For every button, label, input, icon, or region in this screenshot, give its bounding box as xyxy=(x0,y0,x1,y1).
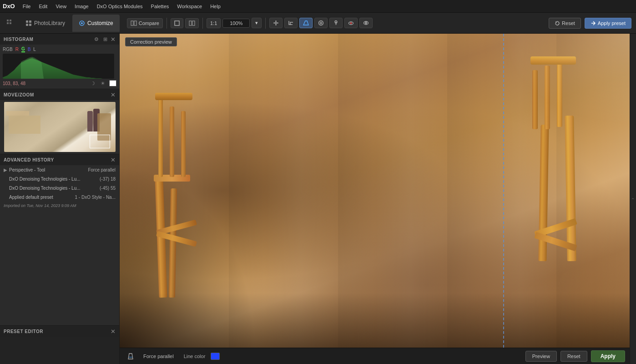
history-item-3-name: Applied default preset xyxy=(9,195,73,200)
hist-r-btn[interactable]: R xyxy=(15,47,19,52)
menu-palettes[interactable]: Palettes xyxy=(148,3,172,10)
toolbar-left: PhotoLibrary Customize xyxy=(0,13,122,33)
movezoom-thumbnail[interactable] xyxy=(4,102,116,152)
image-viewport[interactable] xyxy=(120,34,630,348)
toolbar-center: Compare 1:1 100% ▾ xyxy=(122,18,544,29)
preset-editor-header-icons: ✕ xyxy=(111,328,116,335)
menu-help[interactable]: Help xyxy=(207,3,224,10)
customize-label: Customize xyxy=(87,20,113,26)
histogram-sun-icon[interactable]: ☀ xyxy=(99,80,106,87)
eye-tool-btn[interactable] xyxy=(359,18,373,28)
redeye-tool-btn[interactable] xyxy=(344,18,358,28)
hist-b-btn[interactable]: B xyxy=(28,47,31,52)
svg-rect-13 xyxy=(189,21,192,25)
histogram-header[interactable]: HISTOGRAM ⚙ ⊞ ✕ xyxy=(0,34,119,45)
preset-editor-header[interactable]: PRESET EDITOR ✕ xyxy=(0,326,119,337)
svg-rect-1 xyxy=(10,20,11,21)
movezoom-title: MOVE/ZOOM xyxy=(4,92,34,97)
main-area: HISTOGRAM ⚙ ⊞ ✕ RGB R G B L xyxy=(0,34,636,364)
svg-point-24 xyxy=(350,22,352,24)
view-single-btn[interactable] xyxy=(171,18,183,28)
histogram-settings-icon[interactable]: ⚙ xyxy=(93,36,100,43)
apply-preset-btn[interactable]: Apply preset xyxy=(585,18,631,29)
history-item-0-name: Perspective - Tool xyxy=(9,167,86,172)
svg-marker-18 xyxy=(278,22,279,24)
preview-label: Preview xyxy=(532,354,550,359)
zoom-display[interactable]: 100% xyxy=(222,19,250,28)
menu-image[interactable]: Image xyxy=(71,3,92,10)
menu-workspace[interactable]: Workspace xyxy=(174,3,205,10)
preview-btn[interactable]: Preview xyxy=(525,351,557,362)
history-item-1-value: (-37) 18 xyxy=(100,177,116,182)
histogram-moon-icon[interactable]: ☽ xyxy=(89,80,96,87)
svg-rect-14 xyxy=(192,21,195,25)
svg-point-20 xyxy=(319,21,323,25)
svg-point-21 xyxy=(320,22,322,24)
force-parallel-btn[interactable]: Force parallel xyxy=(141,352,177,360)
history-header-icons: ✕ xyxy=(111,157,116,163)
movezoom-header-icons: ✕ xyxy=(111,91,116,98)
menu-dxo-optics[interactable]: DxO Optics Modules xyxy=(94,3,146,10)
bottom-toolbar-left: Force parallel Line color xyxy=(124,351,220,361)
menu-file[interactable]: File xyxy=(20,3,34,10)
histogram-channels: RGB R G B L xyxy=(3,46,116,52)
apply-btn[interactable]: Apply xyxy=(591,350,625,362)
history-item[interactable]: ▶ DxO Denoising Technologies - Lu... (-4… xyxy=(0,183,119,192)
correction-preview-badge[interactable]: Correction preview xyxy=(125,37,177,46)
preset-editor-content xyxy=(0,337,119,364)
zoom-1to1-btn[interactable]: 1:1 xyxy=(207,18,221,28)
perspective-guide-line xyxy=(503,34,504,348)
histogram-close-icon[interactable]: ✕ xyxy=(111,36,116,43)
svg-rect-2 xyxy=(7,22,9,24)
image-content xyxy=(120,34,630,348)
hist-l-btn[interactable]: L xyxy=(33,47,36,52)
perspective-tool-btn[interactable] xyxy=(299,18,313,28)
history-item-0-value: Force parallel xyxy=(88,167,116,172)
line-color-swatch[interactable] xyxy=(211,353,220,360)
zoom-dropdown-btn[interactable]: ▾ xyxy=(252,18,262,28)
movezoom-close-icon[interactable]: ✕ xyxy=(111,91,116,98)
preset-editor-close-icon[interactable]: ✕ xyxy=(111,328,116,335)
preset-editor-section: PRESET EDITOR ✕ xyxy=(0,326,119,364)
bottom-toolbar-right: Preview Reset Apply xyxy=(525,350,625,362)
zoom-1to1-label: 1:1 xyxy=(210,20,217,26)
view-split-btn[interactable] xyxy=(185,18,199,28)
repair-tool-btn[interactable] xyxy=(329,18,343,28)
hist-g-btn[interactable]: G xyxy=(21,46,25,52)
hist-rgb-label[interactable]: RGB xyxy=(3,47,13,52)
svg-marker-19 xyxy=(303,21,308,25)
histogram-white-swatch[interactable] xyxy=(109,80,116,86)
history-item-3-arrow: ▶ xyxy=(4,195,7,200)
tab-customize[interactable]: Customize xyxy=(72,15,120,32)
histogram-expand-icon[interactable]: ⊞ xyxy=(102,36,109,43)
menu-edit[interactable]: Edit xyxy=(35,3,50,10)
move-tool-btn[interactable] xyxy=(269,18,283,28)
histogram-canvas xyxy=(3,54,114,79)
bottom-reset-btn[interactable]: Reset xyxy=(560,351,587,362)
crop-tool-btn[interactable] xyxy=(284,18,298,28)
movezoom-header[interactable]: MOVE/ZOOM ✕ xyxy=(0,89,119,100)
history-item-2-value: (-45) 55 xyxy=(100,186,116,191)
history-item[interactable]: ▶ DxO Denoising Technologies - Lu... (-3… xyxy=(0,174,119,183)
compare-btn[interactable]: Compare xyxy=(127,18,163,28)
center-area: Correction preview xyxy=(120,34,630,364)
menu-view[interactable]: View xyxy=(52,3,70,10)
local-tool-btn[interactable] xyxy=(314,18,328,28)
history-close-icon[interactable]: ✕ xyxy=(111,157,116,163)
force-parallel-label: Force parallel xyxy=(143,354,174,359)
svg-rect-10 xyxy=(131,21,133,25)
right-panel-expander[interactable]: ‹ xyxy=(630,34,636,364)
histogram-section: HISTOGRAM ⚙ ⊞ ✕ RGB R G B L xyxy=(0,34,119,89)
svg-marker-17 xyxy=(273,22,275,24)
history-list: ▶ Perspective - Tool Force parallel ▶ Dx… xyxy=(0,165,119,325)
apply-preset-label: Apply preset xyxy=(598,20,626,26)
history-item[interactable]: ▶ Perspective - Tool Force parallel xyxy=(0,165,119,174)
histogram-content: RGB R G B L xyxy=(0,45,119,89)
history-header[interactable]: ADVANCED HISTORY ✕ xyxy=(0,154,119,165)
tab-photolibrary[interactable]: PhotoLibrary xyxy=(19,15,71,32)
svg-rect-3 xyxy=(10,22,11,24)
history-item[interactable]: ▶ Applied default preset 1 - DxO Style -… xyxy=(0,192,119,202)
sep-1 xyxy=(167,18,167,29)
reset-btn[interactable]: Reset xyxy=(549,18,581,29)
dxo-home-btn[interactable] xyxy=(3,15,18,32)
